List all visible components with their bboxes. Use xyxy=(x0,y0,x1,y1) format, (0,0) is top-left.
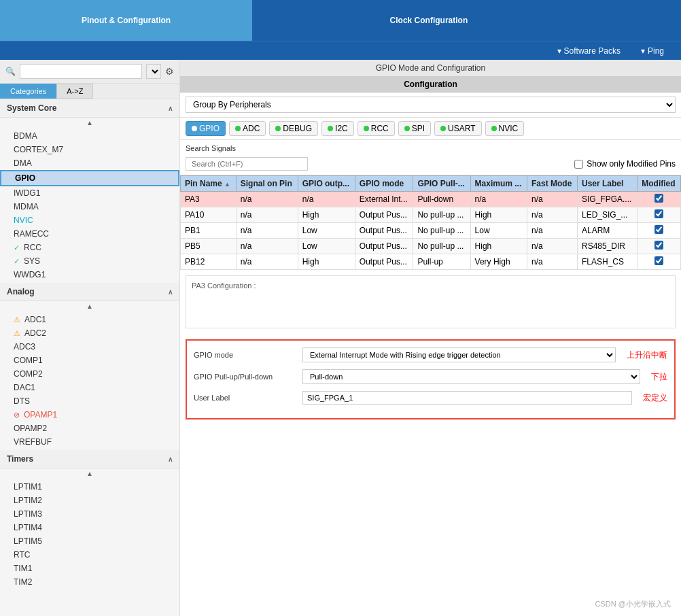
analog-header[interactable]: Analog ∧ xyxy=(0,283,179,301)
sidebar-item-rcc[interactable]: RCC xyxy=(0,241,179,254)
sidebar-item-lptim2[interactable]: LPTIM2 xyxy=(0,494,179,507)
col-gpio-mode[interactable]: GPIO mode xyxy=(355,176,413,192)
modified-checkbox[interactable] xyxy=(654,241,663,250)
search-signals-input[interactable] xyxy=(186,157,308,171)
sidebar-item-ramecc[interactable]: RAMECC xyxy=(0,227,179,241)
gpio-tab-adc[interactable]: ADC xyxy=(229,121,266,136)
pinout-title: Pinout & Configuration xyxy=(82,16,171,25)
col-maximum[interactable]: Maximum ... xyxy=(470,176,527,192)
sidebar-item-gpio[interactable]: GPIO xyxy=(0,170,179,186)
ping-label: Ping xyxy=(648,46,664,56)
sidebar-item-cortex-m7[interactable]: CORTEX_M7 xyxy=(0,143,179,156)
col-modified[interactable]: Modified xyxy=(638,176,681,192)
sidebar-item-adc2[interactable]: ADC2 xyxy=(0,326,179,340)
gpio-dot-icon xyxy=(192,126,197,131)
sidebar-item-tim2[interactable]: TIM2 xyxy=(0,575,179,589)
sidebar-item-nvic[interactable]: NVIC xyxy=(0,213,179,227)
ping-button[interactable]: ▾ Ping xyxy=(631,46,674,56)
cell-output: Low xyxy=(298,223,355,239)
config-properties: GPIO mode External Interrupt Mode with R… xyxy=(186,339,676,420)
table-row[interactable]: PA10 n/a High Output Pus... No pull-up .… xyxy=(181,207,681,223)
gpio-tab-gpio[interactable]: GPIO xyxy=(186,121,226,136)
configuration-label: Configuration xyxy=(180,77,681,92)
sidebar-item-adc1[interactable]: ADC1 xyxy=(0,313,179,326)
gpio-tab-nvic[interactable]: NVIC xyxy=(485,121,525,136)
modified-checkbox[interactable] xyxy=(654,209,663,218)
table-row[interactable]: PB12 n/a High Output Pus... Pull-up Very… xyxy=(181,254,681,270)
cell-signal: n/a xyxy=(236,223,298,239)
sidebar-item-lptim3[interactable]: LPTIM3 xyxy=(0,507,179,521)
scroll-up-arrow[interactable]: ▲ xyxy=(0,118,179,128)
sidebar-item-opamp1[interactable]: OPAMP1 xyxy=(0,408,179,422)
sidebar-item-lptim1[interactable]: LPTIM1 xyxy=(0,480,179,494)
user-label-label: User Label xyxy=(194,394,302,402)
table-row[interactable]: PB5 n/a Low Output Pus... No pull-up ...… xyxy=(181,239,681,254)
sidebar: 🔍 ⚙ Categories A->Z System Core ∧ ▲ BDMA xyxy=(0,60,180,616)
modified-checkbox[interactable] xyxy=(654,225,663,234)
gpio-mode-chinese: 上升沿中断 xyxy=(627,349,667,361)
collapse-arrow-icon: ∧ xyxy=(168,288,173,296)
modified-checkbox[interactable] xyxy=(654,194,663,203)
col-signal-on-pin[interactable]: Signal on Pin xyxy=(236,176,298,192)
tab-categories[interactable]: Categories xyxy=(0,84,56,99)
col-pin-name[interactable]: Pin Name ▲ xyxy=(181,176,237,192)
sidebar-item-iwdg1[interactable]: IWDG1 xyxy=(0,186,179,200)
software-packs-button[interactable]: ▾ Software Packs xyxy=(547,46,631,56)
sidebar-item-dma[interactable]: DMA xyxy=(0,156,179,170)
col-gpio-output[interactable]: GPIO outp... xyxy=(298,176,355,192)
modified-checkbox[interactable] xyxy=(654,256,663,265)
collapse-arrow-icon: ∧ xyxy=(168,105,173,112)
analog-scroll-up[interactable]: ▲ xyxy=(0,301,179,311)
show-modified-checkbox[interactable] xyxy=(574,160,583,169)
cell-mode: Output Pus... xyxy=(355,239,413,254)
sidebar-item-dts[interactable]: DTS xyxy=(0,394,179,408)
sidebar-item-vrefbuf[interactable]: VREFBUF xyxy=(0,435,179,449)
sidebar-item-rtc[interactable]: RTC xyxy=(0,548,179,562)
timers-scroll-up[interactable]: ▲ xyxy=(0,468,179,479)
sidebar-item-comp1[interactable]: COMP1 xyxy=(0,354,179,367)
group-by-select[interactable]: Group By Peripherals xyxy=(186,97,676,113)
chevron-down-icon: ▾ xyxy=(557,46,561,56)
content-area: GPIO Mode and Configuration Configuratio… xyxy=(180,60,681,616)
main-layout: 🔍 ⚙ Categories A->Z System Core ∧ ▲ BDMA xyxy=(0,60,681,616)
sidebar-item-adc3[interactable]: ADC3 xyxy=(0,340,179,354)
search-signals-label: Search Signals xyxy=(186,144,676,152)
col-user-label[interactable]: User Label xyxy=(577,176,637,192)
debug-tab-label: DEBUG xyxy=(283,124,312,133)
gpio-mode-select[interactable]: External Interrupt Mode with Rising edge… xyxy=(302,347,616,362)
sidebar-item-dac1[interactable]: DAC1 xyxy=(0,381,179,394)
sidebar-item-sys[interactable]: SYS xyxy=(0,254,179,268)
cell-modified xyxy=(638,254,681,270)
system-core-header[interactable]: System Core ∧ xyxy=(0,99,179,118)
timers-header[interactable]: Timers ∧ xyxy=(0,450,179,468)
search-dropdown[interactable] xyxy=(146,64,161,79)
gpio-tab-i2c[interactable]: I2C xyxy=(321,121,354,136)
table-row[interactable]: PB1 n/a Low Output Pus... No pull-up ...… xyxy=(181,223,681,239)
clock-header[interactable]: Clock Configuration xyxy=(252,0,606,41)
gpio-mode-label: GPIO mode xyxy=(194,351,302,359)
sidebar-item-lptim5[interactable]: LPTIM5 xyxy=(0,534,179,548)
col-fast-mode[interactable]: Fast Mode xyxy=(527,176,578,192)
sidebar-item-comp2[interactable]: COMP2 xyxy=(0,367,179,381)
sidebar-item-tim1[interactable]: TIM1 xyxy=(0,562,179,575)
sidebar-section-analog: Analog ∧ ▲ ADC1 ADC2 ADC3 COMP1 COMP2 DA… xyxy=(0,283,179,450)
sidebar-item-wwdg1[interactable]: WWDG1 xyxy=(0,268,179,281)
user-label-input[interactable] xyxy=(302,391,632,405)
tab-az[interactable]: A->Z xyxy=(56,84,93,99)
gpio-mode-config-title: GPIO Mode and Configuration xyxy=(180,60,681,77)
pinout-header[interactable]: Pinout & Configuration xyxy=(0,0,252,41)
gpio-tab-spi[interactable]: SPI xyxy=(398,121,431,136)
gpio-pull-select[interactable]: Pull-down xyxy=(302,369,640,384)
sidebar-item-mdma[interactable]: MDMA xyxy=(0,200,179,213)
gear-icon[interactable]: ⚙ xyxy=(165,66,174,77)
gpio-tab-usart[interactable]: USART xyxy=(434,121,481,136)
sidebar-item-lptim4[interactable]: LPTIM4 xyxy=(0,521,179,534)
gpio-tab-debug[interactable]: DEBUG xyxy=(269,121,318,136)
col-gpio-pull[interactable]: GPIO Pull-... xyxy=(413,176,470,192)
cell-max: High xyxy=(470,207,527,223)
sidebar-item-opamp2[interactable]: OPAMP2 xyxy=(0,422,179,435)
gpio-tab-rcc[interactable]: RCC xyxy=(357,121,395,136)
sidebar-item-bdma[interactable]: BDMA xyxy=(0,129,179,143)
table-row[interactable]: PA3 n/a n/a External Int... Pull-down n/… xyxy=(181,192,681,207)
search-input[interactable] xyxy=(20,64,142,79)
